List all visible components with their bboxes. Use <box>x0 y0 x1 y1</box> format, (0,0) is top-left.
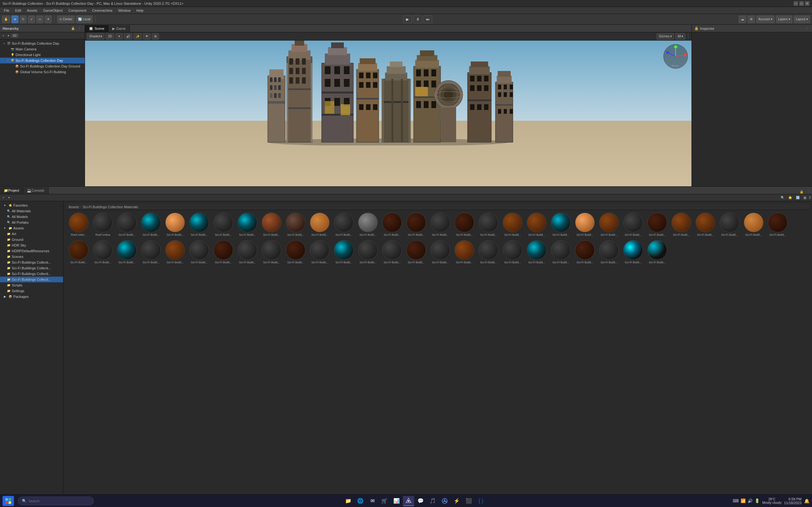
services-button[interactable]: ⚙ <box>748 15 755 23</box>
menu-component[interactable]: Component <box>66 8 89 13</box>
material-item[interactable]: Sci-Fi Build... <box>525 239 548 265</box>
sidebar-hdrsky[interactable]: 📁 HDR Sky <box>0 242 63 248</box>
start-button[interactable] <box>3 496 14 506</box>
material-item[interactable]: Sci-Fi Build... <box>212 239 235 265</box>
tab-console[interactable]: 💻 Console <box>23 187 48 194</box>
taskbar-search[interactable]: 🔍 <box>18 497 94 505</box>
project-more-btn[interactable]: ⋮ <box>806 190 811 194</box>
tree-item-scene[interactable]: ▾ 🎬 Sci-Fi Buildings Collection Day <box>0 41 85 46</box>
material-item[interactable]: Sci-Fi Build... <box>622 239 645 265</box>
breadcrumb-scifi-materials[interactable]: Sci-Fi Buildings Collection Materials <box>83 205 138 209</box>
material-item[interactable]: Sci-Fi Build... <box>598 239 620 265</box>
material-item[interactable]: Sci-Fi Build... <box>429 239 452 265</box>
taskbar-search-input[interactable] <box>29 499 79 503</box>
material-item[interactable]: Sci-Fi Build... <box>236 239 259 265</box>
tool-hand[interactable]: ✋ <box>2 15 10 23</box>
sidebar-scifi-2[interactable]: 📁 Sci-Fi Buildings Collecti... <box>0 265 63 271</box>
taskbar-edge[interactable]: ⚡ <box>451 496 462 506</box>
material-item[interactable]: Sci-Fi Build... <box>284 211 307 238</box>
gizmos-dropdown[interactable]: Gizmos ▾ <box>657 33 674 40</box>
material-item[interactable]: Sci-Fi Build... <box>694 211 717 238</box>
sys-icon-4[interactable]: 🔋 <box>755 498 760 503</box>
account-button[interactable]: Account ▾ <box>756 15 774 23</box>
material-item[interactable]: Roof Antin... <box>67 211 90 238</box>
sidebar-all-models[interactable]: 🔍 All Models <box>0 214 63 220</box>
material-item[interactable]: Sci-Fi Build... <box>140 211 162 238</box>
scene-light-toggle[interactable]: ☀ <box>115 33 123 40</box>
taskbar-mail[interactable]: ✉ <box>367 496 378 506</box>
sidebar-scripts[interactable]: 📁 Scripts <box>0 282 63 288</box>
maximize-button[interactable]: □ <box>799 1 804 6</box>
project-view-icon[interactable]: ▦ <box>802 195 808 200</box>
material-item[interactable]: Sci-Fi Build... <box>453 239 476 265</box>
sidebar-scifi-1[interactable]: 📁 Sci-Fi Buildings Collecti... <box>0 260 63 265</box>
material-item[interactable]: Sci-Fi Build... <box>380 211 403 238</box>
hierarchy-more-icon[interactable]: ⋮ <box>77 26 82 31</box>
layers-button[interactable]: Layers ▾ <box>776 15 792 23</box>
scene-fx-toggle[interactable]: ✨ <box>134 33 142 40</box>
layout-button[interactable]: Layout ▾ <box>794 15 810 23</box>
material-item[interactable]: Sci-Fi Build... <box>742 211 765 238</box>
collab-button[interactable]: ☁ <box>739 15 746 23</box>
sidebar-hdrpdefault[interactable]: 📁 HDRPDefaultResources <box>0 248 63 254</box>
taskbar-chrome[interactable] <box>439 496 450 506</box>
tree-item-ground[interactable]: 📦 Sci-Fi Buildings Collection Day Ground <box>0 63 85 69</box>
material-item[interactable]: Roof Antina <box>91 211 114 238</box>
material-item[interactable]: Sci-Fi Build... <box>429 211 452 238</box>
material-item[interactable]: Sci-Fi Build... <box>212 211 235 238</box>
material-item[interactable]: Sci-Fi Build... <box>549 239 572 265</box>
taskbar-explorer[interactable]: 📁 <box>343 496 354 506</box>
sys-icon-2[interactable]: 📶 <box>741 498 746 503</box>
taskbar-calculator[interactable]: 📊 <box>391 496 402 506</box>
material-item[interactable]: Sci-Fi Build... <box>67 239 90 265</box>
material-item[interactable]: Sci-Fi Build... <box>646 239 669 265</box>
tree-item-scifi-main[interactable]: ▾ 📦 Sci-Fi Buildings Collection Day <box>0 58 85 63</box>
sidebar-scifi-3[interactable]: 📁 Sci-Fi Buildings Collecti... <box>0 271 63 277</box>
taskbar-store[interactable]: 🛒 <box>379 496 390 506</box>
material-item[interactable]: Sci-Fi Build... <box>357 239 379 265</box>
material-item[interactable]: Sci-Fi Build... <box>718 211 741 238</box>
menu-window[interactable]: Window <box>116 8 133 13</box>
2d-toggle[interactable]: 2D <box>106 33 114 40</box>
tab-game[interactable]: ▶ Game <box>108 25 130 32</box>
project-sort-icon[interactable]: 🔢 <box>795 195 801 200</box>
material-item[interactable]: Sci-Fi Build... <box>573 239 596 265</box>
scene-audio-toggle[interactable]: 🔊 <box>124 33 132 40</box>
taskbar-spotify[interactable]: 🎵 <box>427 496 438 506</box>
sidebar-ground[interactable]: 📁 Ground <box>0 237 63 242</box>
taskbar-browser[interactable]: 🌐 <box>355 496 366 506</box>
tool-scale[interactable]: ⤢ <box>28 15 35 23</box>
material-item[interactable]: Sci-Fi Build... <box>477 239 500 265</box>
material-item[interactable]: Sci-Fi Build... <box>573 211 596 238</box>
taskbar-terminal[interactable]: ⬛ <box>463 496 474 506</box>
pivot-toggle[interactable]: ⊙ Center <box>57 15 74 23</box>
material-item[interactable]: Sci-Fi Build... <box>477 211 500 238</box>
taskbar-clock[interactable]: 6:59 PM 11/18/2023 <box>784 497 802 505</box>
material-item[interactable]: Sci-Fi Build... <box>357 211 379 238</box>
material-item[interactable]: Sci-Fi Build... <box>501 239 524 265</box>
material-item[interactable]: Sci-Fi Build... <box>115 211 138 238</box>
sidebar-packages[interactable]: ▶ 📦 Packages <box>0 294 63 299</box>
menu-file[interactable]: File <box>1 8 12 13</box>
tree-item-camera[interactable]: 📷 Main Camera <box>0 46 85 52</box>
material-item[interactable]: Sci-Fi Build... <box>188 211 211 238</box>
sidebar-scifi-4[interactable]: 📁 Sci-Fi Buildings Collecti... <box>0 277 63 282</box>
sidebar-scenes[interactable]: 📁 Scenes <box>0 254 63 260</box>
material-item[interactable]: Sci-Fi Build... <box>284 239 307 265</box>
taskbar-discord[interactable]: 💬 <box>415 496 426 506</box>
hierarchy-all-label[interactable]: All <box>11 34 18 38</box>
sys-icon-3[interactable]: 🔊 <box>748 498 753 503</box>
inspector-more-btn[interactable]: ⋮ <box>804 26 809 31</box>
sidebar-all-prefabs[interactable]: 🔍 All Prefabs <box>0 220 63 225</box>
tree-item-light[interactable]: 💡 Directional Light <box>0 52 85 58</box>
material-item[interactable]: Sci-Fi Build... <box>670 211 693 238</box>
tab-project[interactable]: 📁 Project <box>0 187 23 194</box>
material-item[interactable]: Sci-Fi Build... <box>525 211 548 238</box>
material-item[interactable]: Sci-Fi Build... <box>405 211 427 238</box>
material-item[interactable]: Sci-Fi Build... <box>766 211 789 238</box>
project-lock-icon[interactable]: 🔒 <box>799 190 804 194</box>
sidebar-all-materials[interactable]: 🔍 All Materials <box>0 208 63 214</box>
sys-icon-1[interactable]: ⌨ <box>733 498 739 503</box>
material-item[interactable]: Sci-Fi Build... <box>549 211 572 238</box>
material-item[interactable]: Sci-Fi Build... <box>622 211 645 238</box>
